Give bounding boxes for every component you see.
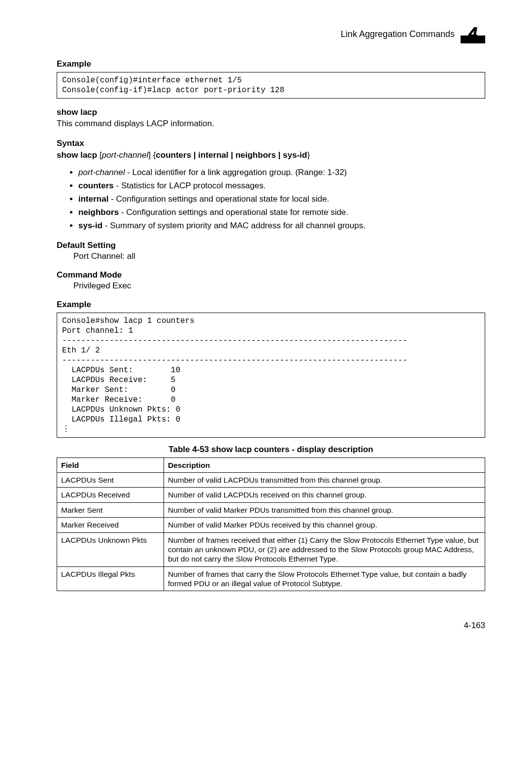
syntax-options: counters | internal | neighbors | sys-id [156,150,307,160]
list-item: sys-id - Summary of system priority and … [78,220,485,232]
table-cell-desc: Number of valid Marker PDUs transmitted … [164,502,485,517]
table-cell-field: Marker Sent [57,502,164,517]
syntax-bracket-close: ] [148,150,151,160]
param-name: counters [78,181,114,190]
command-mode-heading: Command Mode [57,270,485,280]
param-name: port-channel [78,168,125,177]
table-cell-desc: Number of valid LACPDUs transmitted from… [164,473,485,488]
table-row: LACPDUs Unknown Pkts Number of frames re… [57,532,485,566]
table-cell-desc: Number of valid Marker PDUs received by … [164,518,485,532]
default-setting-heading: Default Setting [57,241,485,250]
table-cell-field: LACPDUs Received [57,488,164,502]
table-row: Marker Received Number of valid Marker P… [57,518,485,532]
page-number: 4-163 [464,621,485,630]
table-caption: Table 4-53 show lacp counters - display … [57,445,485,455]
param-desc: - Statistics for LACP protocol messages. [114,181,266,190]
table-cell-field: LACPDUs Unknown Pkts [57,532,164,566]
code-block-1: Console(config)#interface ethernet 1/5 C… [57,72,485,99]
table-row: LACPDUs Received Number of valid LACPDUs… [57,488,485,502]
code-block-2: Console#show lacp 1 counters Port channe… [57,313,485,438]
table-row: LACPDUs Sent Number of valid LACPDUs tra… [57,473,485,488]
param-desc: - Local identifier for a link aggregatio… [125,168,347,177]
table-header-desc: Description [164,457,485,472]
description-table: Field Description LACPDUs Sent Number of… [57,457,485,592]
param-name: internal [78,194,108,204]
table-cell-field: Marker Received [57,518,164,532]
header-title: Link Aggregation Commands [341,29,455,39]
page-container: Link Aggregation Commands 4 4 Example Co… [0,0,532,650]
list-item: internal - Configuration settings and op… [78,194,485,205]
list-item: port-channel - Local identifier for a li… [78,167,485,178]
page-footer: 4-163 [57,621,485,631]
table-cell-desc: Number of frames that carry the Slow Pro… [164,566,485,591]
param-desc: - Summary of system priority and MAC add… [102,221,366,230]
table-cell-field: LACPDUs Sent [57,473,164,488]
param-desc: - Configuration settings and operational… [119,208,348,217]
table-header-field: Field [57,457,164,472]
syntax-heading: Syntax [57,139,485,148]
command-mode-value: Privileged Exec [73,281,485,291]
list-item: neighbors - Configuration settings and o… [78,207,485,218]
table-cell-field: LACPDUs Illegal Pkts [57,566,164,591]
example-heading-2: Example [57,300,485,310]
chapter-number-icon: 4 4 [461,25,485,43]
param-name: neighbors [78,208,119,217]
syntax-cmd: show lacp [57,150,97,160]
show-lacp-description: This command displays LACP information. [57,118,485,130]
syntax-arg: port-channel [102,150,149,160]
syntax-brace-close: } [307,150,310,160]
page-header: Link Aggregation Commands 4 4 [57,25,485,43]
param-name: sys-id [78,221,102,230]
syntax-line: show lacp [port-channel] {counters | int… [57,150,485,160]
table-header-row: Field Description [57,457,485,472]
table-row: LACPDUs Illegal Pkts Number of frames th… [57,566,485,591]
default-setting-value: Port Channel: all [73,251,485,261]
example-heading-1: Example [57,59,485,69]
list-item: counters - Statistics for LACP protocol … [78,180,485,192]
table-row: Marker Sent Number of valid Marker PDUs … [57,502,485,517]
table-cell-desc: Number of valid LACPDUs received on this… [164,488,485,502]
table-cell-desc: Number of frames received that either (1… [164,532,485,566]
svg-text:4: 4 [468,25,478,42]
parameter-list: port-channel - Local identifier for a li… [57,167,485,232]
show-lacp-heading: show lacp [57,107,485,117]
param-desc: - Configuration settings and operational… [108,194,329,204]
